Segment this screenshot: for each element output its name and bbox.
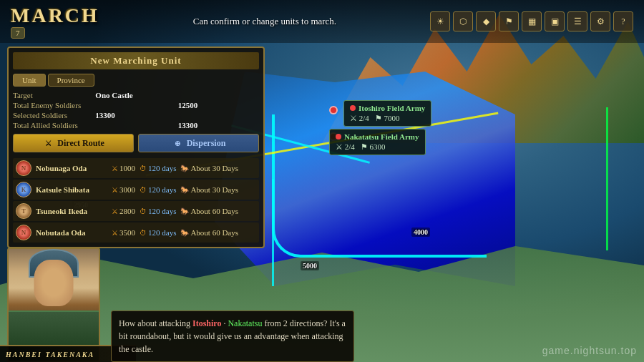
march-title: March bbox=[11, 4, 99, 27]
dispersion-icon: ⊕ bbox=[172, 137, 183, 149]
dialog-highlight-itoshiro: Itoshiro bbox=[192, 318, 221, 328]
green-route-line bbox=[606, 107, 608, 250]
troop-count-map-1: 4000 bbox=[411, 228, 430, 237]
days-icon-1: ⏱ bbox=[140, 186, 147, 194]
unit-avatar-2: T bbox=[16, 203, 31, 219]
unit-name-1: Katsule Shibata bbox=[36, 185, 107, 194]
unit-days-0: ⏱ 120 days bbox=[140, 164, 176, 172]
unit-eta-3: 🐎 About 60 Days bbox=[180, 228, 238, 237]
toolbar-btn-6[interactable]: ▣ bbox=[545, 11, 565, 31]
army-card-itoshiro: Itoshiro Field Army ⚔ 2/4 ⚑ 7000 bbox=[343, 100, 431, 127]
unit-row[interactable]: N Nobunaga Oda ⚔ 1000 ⏱ 120 days 🐎 About… bbox=[13, 158, 259, 178]
units-list: N Nobunaga Oda ⚔ 1000 ⏱ 120 days 🐎 About… bbox=[13, 158, 259, 243]
route-segment-2 bbox=[272, 179, 274, 286]
eta-icon-1: 🐎 bbox=[180, 186, 189, 194]
toolbar-btn-1[interactable]: ☀ bbox=[430, 11, 450, 31]
unit-soldiers-1: ⚔ 3000 bbox=[112, 185, 135, 194]
army-dot-itoshiro bbox=[350, 105, 356, 111]
army-stats-nakatatsu: ⚔ 2/4 ⚑ 6300 bbox=[336, 142, 419, 152]
unit-avatar-0: N bbox=[16, 160, 31, 176]
soldier-icon-1: ⚔ bbox=[112, 186, 118, 194]
toolbar-btn-4[interactable]: ⚑ bbox=[499, 11, 519, 31]
unit-days-1: ⏱ 120 days bbox=[140, 185, 176, 194]
unit-days-2: ⏱ 120 days bbox=[140, 207, 176, 215]
toolbar-btn-2[interactable]: ⬡ bbox=[453, 11, 473, 31]
enemy-value: 12500 bbox=[178, 101, 259, 109]
days-icon-0: ⏱ bbox=[140, 165, 147, 172]
toolbar-btn-3[interactable]: ◆ bbox=[476, 11, 496, 31]
days-icon-2: ⏱ bbox=[140, 207, 147, 215]
unit-avatar-1: K bbox=[16, 182, 31, 197]
direct-route-btn[interactable]: ⚔ Direct Route bbox=[13, 134, 134, 152]
dispersion-label: Dispersion bbox=[187, 138, 226, 149]
target-label: Target bbox=[13, 91, 94, 99]
route-buttons: ⚔ Direct Route ⊕ Dispersion bbox=[13, 134, 259, 152]
army-dot-nakatatsu bbox=[336, 134, 341, 140]
toolbar-btn-help[interactable]: ? bbox=[613, 11, 633, 31]
eta-icon-2: 🐎 bbox=[180, 207, 189, 215]
direct-route-label: Direct Route bbox=[57, 138, 104, 149]
unit-eta-2: 🐎 About 60 Days bbox=[180, 207, 238, 215]
unit-days-3: ⏱ 120 days bbox=[140, 228, 176, 237]
unit-eta-1: 🐎 About 30 Days bbox=[180, 185, 238, 194]
army-name-itoshiro: Itoshiro Field Army bbox=[350, 104, 425, 112]
toolbar-btn-8[interactable]: ⚙ bbox=[590, 11, 610, 31]
toolbar-btn-7[interactable]: ☰ bbox=[567, 11, 587, 31]
tab-unit[interactable]: Unit bbox=[13, 74, 46, 87]
allied-label: Total Allied Soldiers bbox=[13, 121, 94, 129]
unit-eta-0: 🐎 About 30 Days bbox=[180, 164, 238, 172]
turn-badge: 7 bbox=[11, 27, 25, 39]
unit-soldiers-2: ⚔ 2800 bbox=[112, 207, 135, 215]
unit-row[interactable]: T Tsuneoki Ikeda ⚔ 2800 ⏱ 120 days 🐎 Abo… bbox=[13, 201, 259, 221]
army-soldiers-nakatatsu: ⚑ 6300 bbox=[361, 142, 386, 152]
direct-route-icon: ⚔ bbox=[42, 137, 54, 149]
tab-row: Unit Province bbox=[13, 74, 259, 87]
army-soldiers-itoshiro: ⚑ 7000 bbox=[375, 114, 400, 123]
target-value: Ono Castle bbox=[95, 91, 176, 99]
unit-soldiers-0: ⚔ 1000 bbox=[112, 164, 135, 172]
troop-count-map-2: 5000 bbox=[301, 261, 319, 270]
title-area: March 7 bbox=[11, 4, 99, 39]
info-row: Target Ono Castle Total Enemy Soldiers 1… bbox=[13, 91, 259, 129]
army-stats-itoshiro: ⚔ 2/4 ⚑ 7000 bbox=[350, 114, 425, 123]
marching-panel: New Marching Unit Unit Province Target O… bbox=[7, 47, 265, 248]
unit-name-2: Tsuneoki Ikeda bbox=[36, 207, 107, 215]
army-marker-itoshiro bbox=[329, 106, 338, 114]
panel-header: New Marching Unit bbox=[13, 52, 259, 69]
eta-icon-3: 🐎 bbox=[180, 229, 189, 237]
allied-value: 13300 bbox=[178, 121, 259, 129]
eta-icon-0: 🐎 bbox=[180, 165, 189, 172]
top-bar: March 7 Can confirm or change units to m… bbox=[0, 0, 644, 43]
unit-name-0: Nobunaga Oda bbox=[36, 164, 107, 172]
tab-province[interactable]: Province bbox=[48, 74, 94, 87]
army-fraction-nakatatsu: ⚔ 2/4 bbox=[336, 142, 355, 152]
dialog-highlight-nakatatsu: Nakatatsu bbox=[228, 318, 262, 328]
dispersion-btn[interactable]: ⊕ Dispersion bbox=[138, 134, 259, 152]
army-fraction-itoshiro: ⚔ 2/4 bbox=[350, 114, 369, 123]
soldier-icon-0: ⚔ bbox=[112, 165, 118, 172]
selected-label: Selected Soldiers bbox=[13, 111, 94, 119]
toolbar-btn-5[interactable]: ▦ bbox=[522, 11, 542, 31]
portrait-face bbox=[34, 260, 74, 306]
watermark: game.nightsun.top bbox=[542, 345, 637, 356]
unit-row[interactable]: K Katsule Shibata ⚔ 3000 ⏱ 120 days 🐎 Ab… bbox=[13, 180, 259, 200]
selected-value: 13300 bbox=[95, 111, 176, 119]
center-message: Can confirm or change units to march. bbox=[99, 16, 430, 27]
soldier-icon-2: ⚔ bbox=[112, 207, 118, 215]
enemy-label: Total Enemy Soldiers bbox=[13, 101, 94, 109]
dialog-box: How about attacking Itoshiro · Nakatatsu… bbox=[111, 310, 354, 362]
army-card-nakatatsu: Nakatatsu Field Army ⚔ 2/4 ⚑ 6300 bbox=[329, 129, 426, 155]
toolbar: ☀ ⬡ ◆ ⚑ ▦ ▣ ☰ ⚙ ? bbox=[430, 11, 633, 31]
army-name-nakatatsu: Nakatatsu Field Army bbox=[336, 132, 419, 141]
